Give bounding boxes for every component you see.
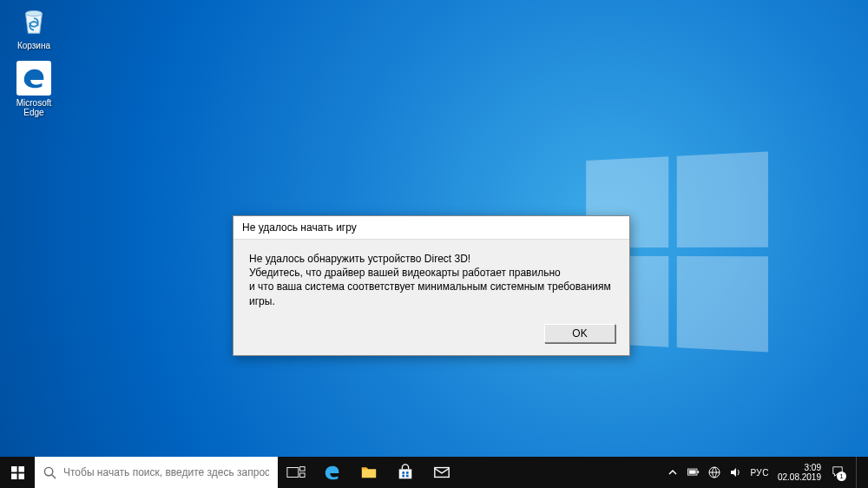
dialog-title[interactable]: Не удалось начать игру — [233, 216, 629, 240]
desktop-icon-recycle-bin[interactable]: Корзина — [5, 3, 62, 50]
folder-icon — [360, 464, 378, 481]
edge-icon — [324, 464, 341, 481]
svg-rect-15 — [435, 468, 449, 478]
ok-button[interactable]: OK — [544, 324, 615, 343]
system-tray: РУС 3:09 02.08.2019 1 — [663, 457, 868, 488]
svg-rect-1 — [11, 466, 17, 472]
dialog-message: Не удалось обнаружить устройство Direct … — [233, 240, 629, 317]
svg-rect-9 — [300, 473, 306, 478]
search-input[interactable] — [63, 466, 269, 478]
svg-rect-10 — [399, 469, 412, 478]
svg-rect-2 — [18, 466, 24, 472]
svg-point-5 — [44, 467, 52, 475]
mail-icon — [433, 464, 450, 481]
taskbar-app-mail[interactable] — [424, 457, 460, 488]
windows-icon — [11, 466, 24, 479]
show-desktop-button[interactable] — [856, 457, 861, 488]
desktop-icon-label: Microsoft Edge — [5, 98, 62, 117]
taskbar-search[interactable] — [35, 457, 278, 488]
store-icon — [397, 464, 414, 481]
svg-point-0 — [26, 10, 43, 16]
desktop-icon-label: Корзина — [5, 41, 62, 50]
dialog-line: Не удалось обнаружить устройство Direct … — [249, 252, 614, 266]
error-dialog: Не удалось начать игру Не удалось обнару… — [233, 215, 630, 356]
battery-icon[interactable] — [687, 466, 700, 478]
svg-rect-11 — [402, 472, 404, 474]
desktop-icon-edge[interactable]: Microsoft Edge — [5, 61, 62, 117]
edge-icon — [16, 61, 51, 96]
clock-date: 02.08.2019 — [778, 472, 821, 483]
taskbar-app-edge[interactable] — [314, 457, 351, 488]
action-center-button[interactable]: 1 — [832, 465, 844, 479]
tray-chevron-up-icon[interactable] — [667, 466, 679, 478]
svg-rect-13 — [402, 475, 404, 478]
recycle-bin-icon — [16, 3, 51, 38]
svg-rect-12 — [406, 472, 409, 474]
language-indicator[interactable]: РУС — [750, 468, 769, 478]
volume-icon[interactable] — [729, 466, 741, 478]
search-icon — [43, 466, 56, 479]
taskbar-app-store[interactable] — [387, 457, 424, 488]
clock[interactable]: 3:09 02.08.2019 — [778, 463, 823, 483]
svg-rect-8 — [300, 467, 306, 472]
svg-line-6 — [52, 474, 56, 478]
svg-rect-7 — [287, 468, 299, 478]
svg-rect-17 — [698, 471, 700, 473]
taskbar-app-explorer[interactable] — [351, 457, 387, 488]
notification-badge: 1 — [837, 472, 846, 481]
network-icon[interactable] — [708, 466, 720, 478]
task-view-icon — [286, 465, 306, 479]
dialog-line: Убедитесь, что драйвер вашей видеокарты … — [249, 266, 614, 280]
svg-rect-18 — [689, 470, 696, 473]
svg-rect-4 — [18, 473, 24, 479]
svg-rect-14 — [406, 475, 409, 478]
dialog-line: и что ваша система соответствует минимал… — [249, 280, 614, 307]
svg-rect-3 — [11, 473, 17, 479]
clock-time: 3:09 — [778, 463, 821, 473]
taskbar: РУС 3:09 02.08.2019 1 — [0, 457, 868, 488]
task-view-button[interactable] — [278, 457, 314, 488]
start-button[interactable] — [0, 457, 35, 488]
